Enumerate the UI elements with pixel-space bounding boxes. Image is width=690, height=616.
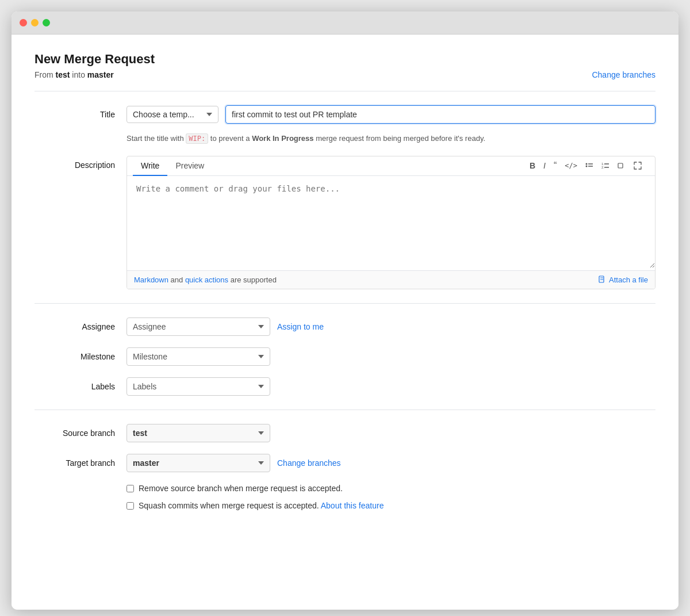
branch-info: From test into master xyxy=(34,70,114,79)
source-branch-label: test xyxy=(56,70,70,79)
attach-file-button[interactable]: Attach a file xyxy=(598,276,648,284)
editor-footer-text: Markdown and quick actions are supported xyxy=(134,276,277,284)
squash-commits-row: Squash commits when merge request is acc… xyxy=(34,501,656,510)
fullscreen-button[interactable] xyxy=(631,160,645,171)
title-controls: Choose a temp... Start the title with WI… xyxy=(126,105,656,144)
title-input[interactable] xyxy=(225,105,656,124)
tab-write[interactable]: Write xyxy=(133,156,167,176)
milestone-label: Milestone xyxy=(34,347,126,361)
close-button[interactable] xyxy=(20,19,27,26)
squash-commits-label: Squash commits when merge request is acc… xyxy=(139,501,384,510)
labels-row: Labels Labels xyxy=(34,377,656,396)
labels-label: Labels xyxy=(34,377,126,391)
template-select[interactable]: Choose a temp... xyxy=(126,106,218,123)
description-editor: Write Preview B I “ </> xyxy=(126,156,656,289)
attach-file-label: Attach a file xyxy=(609,276,648,284)
about-feature-link[interactable]: About this feature xyxy=(321,501,384,510)
editor-toolbar: B I “ </> xyxy=(522,156,649,175)
titlebar xyxy=(12,12,678,35)
svg-text:2.: 2. xyxy=(601,166,604,169)
ordered-list-button[interactable]: 1. 2. xyxy=(599,160,612,171)
page-subtitle: From test into master Change branches xyxy=(34,70,656,79)
assignee-select[interactable]: Assignee xyxy=(126,317,270,336)
code-button[interactable]: </> xyxy=(562,160,580,171)
unordered-list-button[interactable] xyxy=(582,160,596,171)
milestone-select[interactable]: Milestone xyxy=(126,347,270,366)
wip-link[interactable]: WIP: xyxy=(186,134,208,143)
assignee-label: Assignee xyxy=(34,317,126,331)
target-branch-select[interactable]: master xyxy=(126,454,270,472)
description-textarea[interactable] xyxy=(127,176,655,268)
assignee-row: Assignee Assignee Assign to me xyxy=(34,317,656,336)
target-branch-row: Target branch master Change branches xyxy=(34,454,656,472)
page-header: New Merge Request From test into master … xyxy=(34,52,656,79)
source-branch-label-text: Source branch xyxy=(34,424,126,438)
target-branch-label: master xyxy=(87,70,114,79)
description-label: Description xyxy=(34,156,126,170)
target-branch-label-text: Target branch xyxy=(34,454,126,468)
header-change-branches-link[interactable]: Change branches xyxy=(592,70,656,79)
markdown-link[interactable]: Markdown xyxy=(134,276,168,284)
labels-controls: Labels xyxy=(126,377,656,396)
source-branch-select[interactable]: test xyxy=(126,424,270,442)
app-window: New Merge Request From test into master … xyxy=(12,12,678,610)
bold-button[interactable]: B xyxy=(527,159,538,172)
milestone-row: Milestone Milestone xyxy=(34,347,656,366)
squash-commits-checkbox[interactable] xyxy=(126,502,134,510)
section-divider-1 xyxy=(34,303,656,304)
title-row: Title Choose a temp... Start the title w… xyxy=(34,105,656,144)
milestone-controls: Milestone xyxy=(126,347,656,366)
labels-select[interactable]: Labels xyxy=(126,377,270,396)
work-in-progress-bold: Work In Progress xyxy=(252,134,313,143)
title-label: Title xyxy=(34,105,126,119)
italic-button[interactable]: I xyxy=(540,159,549,172)
source-branch-row: Source branch test xyxy=(34,424,656,442)
editor-tab-group: Write Preview xyxy=(133,156,212,175)
tab-preview[interactable]: Preview xyxy=(167,156,212,176)
wip-hint: Start the title with WIP: to prevent a W… xyxy=(126,133,656,144)
remove-source-branch-row: Remove source branch when merge request … xyxy=(34,484,656,493)
editor-tabs-bar: Write Preview B I “ </> xyxy=(127,156,655,176)
wip-code: WIP: xyxy=(186,133,208,144)
page-title: New Merge Request xyxy=(34,52,656,67)
quick-actions-link[interactable]: quick actions xyxy=(185,276,228,284)
target-branch-controls: master Change branches xyxy=(126,454,656,472)
svg-point-0 xyxy=(586,163,588,165)
quote-button[interactable]: “ xyxy=(551,159,559,173)
header-divider xyxy=(34,91,656,91)
target-change-branches-link[interactable]: Change branches xyxy=(277,454,341,468)
source-branch-controls: test xyxy=(126,424,656,442)
svg-rect-8 xyxy=(618,163,623,168)
task-list-button[interactable] xyxy=(615,160,628,171)
svg-point-1 xyxy=(586,166,588,167)
assignee-controls: Assignee Assign to me xyxy=(126,317,656,336)
assign-to-me-link[interactable]: Assign to me xyxy=(277,317,324,331)
section-divider-2 xyxy=(34,410,656,410)
remove-source-label: Remove source branch when merge request … xyxy=(139,484,343,493)
minimize-button[interactable] xyxy=(31,19,39,26)
description-row: Description Write Preview B I “ </> xyxy=(34,156,656,289)
editor-footer: Markdown and quick actions are supported… xyxy=(127,270,655,289)
main-content: New Merge Request From test into master … xyxy=(12,35,678,610)
maximize-button[interactable] xyxy=(43,19,50,26)
remove-source-checkbox[interactable] xyxy=(126,485,134,492)
